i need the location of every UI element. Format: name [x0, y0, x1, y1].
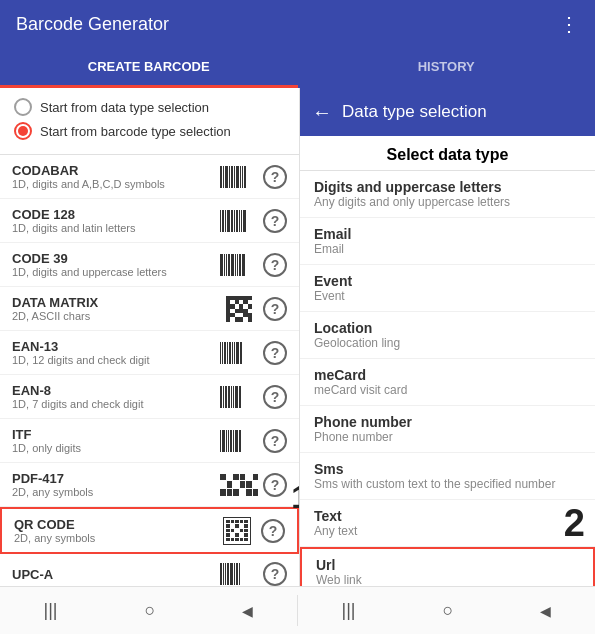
barcode-preview-pdf417 — [219, 473, 259, 497]
data-type-desc-email: Email — [314, 242, 581, 256]
barcode-desc-qrcode: 2D, any symbols — [14, 532, 217, 544]
data-type-name-text: Text — [314, 508, 581, 524]
barcode-item-ean13[interactable]: EAN-13 1D, 12 digits and check digit ? — [0, 331, 299, 375]
barcode-name-datamatrix: DATA MATRIX — [12, 295, 219, 310]
radio-label-barcode-type: Start from barcode type selection — [40, 124, 231, 139]
barcode-preview-qrcode — [217, 519, 257, 543]
data-type-desc-location: Geolocation ling — [314, 336, 581, 350]
barcode-item-code128[interactable]: CODE 128 1D, digits and latin letters ? — [0, 199, 299, 243]
right-panel-header: ← Data type selection — [300, 88, 595, 136]
app-header: Barcode Generator ⋮ — [0, 0, 595, 48]
data-type-name-event: Event — [314, 273, 581, 289]
barcode-name-itf: ITF — [12, 427, 219, 442]
bottom-nav: ||| ○ ◀ ||| ○ ◀ — [0, 586, 595, 634]
help-icon-pdf417[interactable]: ? — [263, 473, 287, 497]
data-type-event[interactable]: Event Event — [300, 265, 595, 312]
data-type-list: Digits and uppercase letters Any digits … — [300, 171, 595, 586]
barcode-preview-ean13 — [219, 341, 259, 365]
barcode-preview-ean8 — [219, 385, 259, 409]
barcode-item-itf[interactable]: ITF 1D, only digits ? — [0, 419, 299, 463]
barcode-desc-itf: 1D, only digits — [12, 442, 219, 454]
help-icon-qrcode[interactable]: ? — [261, 519, 285, 543]
radio-data-type[interactable]: Start from data type selection — [14, 98, 285, 116]
data-type-location[interactable]: Location Geolocation ling — [300, 312, 595, 359]
barcode-item-datamatrix[interactable]: DATA MATRIX 2D, ASCII chars — [0, 287, 299, 331]
barcode-preview-datamatrix — [219, 297, 259, 321]
barcode-desc-ean13: 1D, 12 digits and check digit — [12, 354, 219, 366]
barcode-item-upca[interactable]: UPC-A ? — [0, 554, 299, 586]
help-icon-itf[interactable]: ? — [263, 429, 287, 453]
barcode-desc-datamatrix: 2D, ASCII chars — [12, 310, 219, 322]
data-type-name-location: Location — [314, 320, 581, 336]
nav-home-right[interactable]: ○ — [435, 592, 462, 629]
barcode-preview-code128 — [219, 209, 259, 233]
back-button[interactable]: ← — [312, 101, 332, 124]
nav-home-left[interactable]: ○ — [137, 592, 164, 629]
help-icon-code39[interactable]: ? — [263, 253, 287, 277]
main-content: Start from data type selection Start fro… — [0, 88, 595, 586]
help-icon-upca[interactable]: ? — [263, 562, 287, 586]
barcode-desc-pdf417: 2D, any symbols — [12, 486, 219, 498]
data-type-name-phone: Phone number — [314, 414, 581, 430]
barcode-name-codabar: CODABAR — [12, 163, 219, 178]
data-type-mecard[interactable]: meCard meCard visit card — [300, 359, 595, 406]
right-panel-heading: Select data type — [300, 136, 595, 171]
radio-section: Start from data type selection Start fro… — [0, 88, 299, 155]
label-number-2: 2 — [564, 502, 585, 545]
nav-menu-right[interactable]: ||| — [334, 592, 364, 629]
data-type-sms[interactable]: Sms Sms with custom text to the specifie… — [300, 453, 595, 500]
barcode-preview-itf — [219, 429, 259, 453]
barcode-item-code39[interactable]: CODE 39 1D, digits and uppercase letters… — [0, 243, 299, 287]
data-type-desc-sms: Sms with custom text to the specified nu… — [314, 477, 581, 491]
label-number-1: 1 — [291, 479, 299, 516]
help-icon-ean8[interactable]: ? — [263, 385, 287, 409]
data-type-desc-url: Web link — [316, 573, 579, 586]
nav-back-right[interactable]: ◀ — [532, 595, 559, 627]
barcode-name-ean13: EAN-13 — [12, 339, 219, 354]
right-panel: ← Data type selection Select data type D… — [300, 88, 595, 586]
data-type-digits-uppercase[interactable]: Digits and uppercase letters Any digits … — [300, 171, 595, 218]
barcode-item-pdf417[interactable]: PDF-417 2D, any symbols ? 1 — [0, 463, 299, 507]
barcode-name-code39: CODE 39 — [12, 251, 219, 266]
barcode-item-ean8[interactable]: EAN-8 1D, 7 digits and check digit ? — [0, 375, 299, 419]
tab-create-barcode[interactable]: CREATE BARCODE — [0, 48, 298, 88]
tabs-bar: CREATE BARCODE HISTORY — [0, 48, 595, 88]
barcode-desc-codabar: 1D, digits and A,B,C,D symbols — [12, 178, 219, 190]
data-type-desc-phone: Phone number — [314, 430, 581, 444]
data-type-desc-text: Any text — [314, 524, 581, 538]
help-icon-ean13[interactable]: ? — [263, 341, 287, 365]
barcode-name-ean8: EAN-8 — [12, 383, 219, 398]
help-icon-code128[interactable]: ? — [263, 209, 287, 233]
data-type-desc-digits: Any digits and only uppercase letters — [314, 195, 581, 209]
radio-barcode-type[interactable]: Start from barcode type selection — [14, 122, 285, 140]
nav-menu-left[interactable]: ||| — [36, 592, 66, 629]
data-type-phone[interactable]: Phone number Phone number — [300, 406, 595, 453]
barcode-preview-code39 — [219, 253, 259, 277]
barcode-name-code128: CODE 128 — [12, 207, 219, 222]
data-type-text[interactable]: Text Any text 2 — [300, 500, 595, 547]
nav-back-left[interactable]: ◀ — [234, 595, 261, 627]
app-title: Barcode Generator — [16, 14, 169, 35]
barcode-item-codabar[interactable]: CODABAR 1D, digits and A,B,C,D symbols ? — [0, 155, 299, 199]
radio-circle-data-type — [14, 98, 32, 116]
barcode-preview-upca — [219, 562, 259, 586]
data-type-url[interactable]: Url Web link — [300, 547, 595, 586]
barcode-list: CODABAR 1D, digits and A,B,C,D symbols ?… — [0, 155, 299, 586]
help-icon-datamatrix[interactable]: ? — [263, 297, 287, 321]
help-icon-codabar[interactable]: ? — [263, 165, 287, 189]
barcode-name-qrcode: QR CODE — [14, 517, 217, 532]
data-type-name-sms: Sms — [314, 461, 581, 477]
bottom-nav-left: ||| ○ ◀ — [0, 587, 297, 634]
data-type-name-url: Url — [316, 557, 579, 573]
barcode-desc-ean8: 1D, 7 digits and check digit — [12, 398, 219, 410]
data-type-name-email: Email — [314, 226, 581, 242]
data-type-name-digits: Digits and uppercase letters — [314, 179, 581, 195]
data-type-email[interactable]: Email Email — [300, 218, 595, 265]
barcode-item-qrcode[interactable]: QR CODE 2D, any symbols ? — [0, 507, 299, 554]
data-type-desc-event: Event — [314, 289, 581, 303]
barcode-desc-code128: 1D, digits and latin letters — [12, 222, 219, 234]
tab-history[interactable]: HISTORY — [298, 48, 596, 88]
right-header-title: Data type selection — [342, 102, 487, 122]
radio-label-data-type: Start from data type selection — [40, 100, 209, 115]
menu-icon[interactable]: ⋮ — [559, 12, 579, 36]
